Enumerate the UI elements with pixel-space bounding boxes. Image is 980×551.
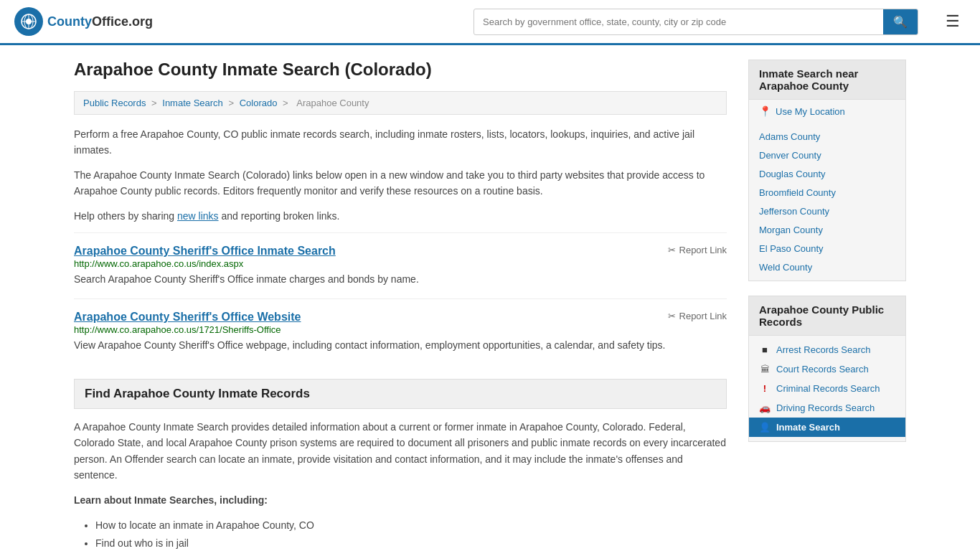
result-title-0[interactable]: Arapahoe County Sheriff's Office Inmate … (74, 245, 336, 258)
county-link-2[interactable]: Douglas County (759, 169, 826, 179)
logo-icon (14, 7, 43, 36)
inmate-icon: 👤 (759, 422, 771, 433)
county-link-3[interactable]: Broomfield County (759, 187, 836, 198)
list-item: Jefferson County (749, 202, 905, 220)
county-link-0[interactable]: Adams County (759, 131, 820, 142)
search-button[interactable]: 🔍 (883, 9, 918, 34)
page-container: Arapahoe County Inmate Search (Colorado)… (60, 45, 920, 551)
driving-icon: 🚗 (759, 402, 771, 413)
inmate-search-link[interactable]: Inmate Search (776, 422, 840, 433)
location-pin-icon: 📍 (759, 105, 771, 117)
menu-button[interactable]: ☰ (940, 9, 966, 34)
criminal-records-link[interactable]: Criminal Records Search (776, 383, 880, 394)
find-body: A Arapahoe County Inmate Search provides… (74, 419, 727, 484)
logo-text: CountyOffice.org (47, 14, 153, 29)
search-icon: 🔍 (893, 16, 908, 28)
breadcrumb-public-records[interactable]: Public Records (83, 98, 146, 108)
scissors-icon-1: ✂ (668, 311, 676, 321)
list-item-active: 👤 Inmate Search (749, 418, 905, 437)
result-title-1[interactable]: Arapahoe County Sheriff's Office Website (74, 311, 301, 324)
nearby-section: Inmate Search near Arapahoe County 📍 Use… (748, 60, 906, 281)
public-records-heading: Arapahoe County Public Records (749, 296, 905, 336)
main-content: Arapahoe County Inmate Search (Colorado)… (74, 60, 727, 551)
court-records-link[interactable]: Court Records Search (776, 364, 869, 375)
search-area: 🔍 (473, 9, 918, 35)
breadcrumb-current: Arapahoe County (296, 98, 369, 108)
nearby-counties-list: Adams County Denver County Douglas Count… (749, 123, 905, 281)
list-item: El Paso County (749, 239, 905, 258)
use-location-link[interactable]: Use My Location (776, 106, 845, 117)
arrest-icon: ■ (759, 344, 771, 355)
list-item: ■ Arrest Records Search (749, 340, 905, 359)
result-desc-1: View Arapahoe County Sheriff's Office we… (74, 338, 727, 353)
scissors-icon: ✂ (668, 245, 676, 255)
list-item: Find out who is in jail (95, 534, 727, 551)
hamburger-icon: ☰ (946, 12, 960, 30)
breadcrumb: Public Records > Inmate Search > Colorad… (74, 91, 727, 115)
result-url-1[interactable]: http://www.co.arapahoe.co.us/1721/Sherif… (74, 324, 281, 335)
county-link-6[interactable]: El Paso County (759, 243, 824, 254)
public-records-section: Arapahoe County Public Records ■ Arrest … (748, 296, 906, 442)
site-header: CountyOffice.org 🔍 ☰ (0, 0, 980, 45)
result-url-0[interactable]: http://www.co.arapahoe.co.us/index.aspx (74, 258, 243, 269)
county-link-7[interactable]: Weld County (759, 262, 812, 273)
sidebar: Inmate Search near Arapahoe County 📍 Use… (748, 60, 906, 551)
public-records-list: ■ Arrest Records Search 🏛 Court Records … (749, 336, 905, 441)
list-item: Denver County (749, 146, 905, 164)
report-link-1[interactable]: ✂ Report Link (668, 311, 727, 321)
arrest-records-link[interactable]: Arrest Records Search (776, 344, 871, 355)
new-links-link[interactable]: new links (177, 210, 219, 222)
logo[interactable]: CountyOffice.org (14, 7, 153, 36)
page-title: Arapahoe County Inmate Search (Colorado) (74, 60, 727, 80)
breadcrumb-inmate-search[interactable]: Inmate Search (162, 98, 223, 108)
use-location[interactable]: 📍 Use My Location (749, 100, 905, 123)
criminal-icon: ! (759, 383, 771, 394)
report-link-0[interactable]: ✂ Report Link (668, 245, 727, 255)
list-item: Douglas County (749, 164, 905, 183)
intro-paragraph-1: Perform a free Arapahoe County, CO publi… (74, 126, 727, 159)
intro-paragraph-3: Help others by sharing new links and rep… (74, 208, 727, 224)
driving-records-link[interactable]: Driving Records Search (776, 402, 875, 413)
nearby-heading: Inmate Search near Arapahoe County (749, 60, 905, 100)
list-item: ! Criminal Records Search (749, 379, 905, 398)
intro-paragraph-2: The Arapahoe County Inmate Search (Color… (74, 167, 727, 199)
result-item-0: Arapahoe County Sheriff's Office Inmate … (74, 232, 727, 298)
list-item: How to locate an inmate in Arapahoe Coun… (95, 517, 727, 534)
search-input[interactable] (474, 11, 883, 33)
list-item: Morgan County (749, 220, 905, 239)
county-link-5[interactable]: Morgan County (759, 225, 823, 235)
breadcrumb-colorado[interactable]: Colorado (240, 98, 278, 108)
list-item: Broomfield County (749, 183, 905, 202)
list-item: Adams County (749, 127, 905, 146)
county-link-1[interactable]: Denver County (759, 150, 821, 161)
result-item-1: Arapahoe County Sheriff's Office Website… (74, 298, 727, 364)
court-icon: 🏛 (759, 364, 771, 375)
county-link-4[interactable]: Jefferson County (759, 206, 829, 217)
learn-list: How to locate an inmate in Arapahoe Coun… (95, 517, 727, 551)
find-section-heading: Find Arapahoe County Inmate Records (74, 379, 727, 409)
list-item: 🚗 Driving Records Search (749, 398, 905, 418)
list-item: Weld County (749, 258, 905, 276)
list-item: 🏛 Court Records Search (749, 359, 905, 379)
result-desc-0: Search Arapahoe County Sheriff's Office … (74, 272, 727, 287)
learn-title: Learn about Inmate Searches, including: (74, 492, 727, 508)
